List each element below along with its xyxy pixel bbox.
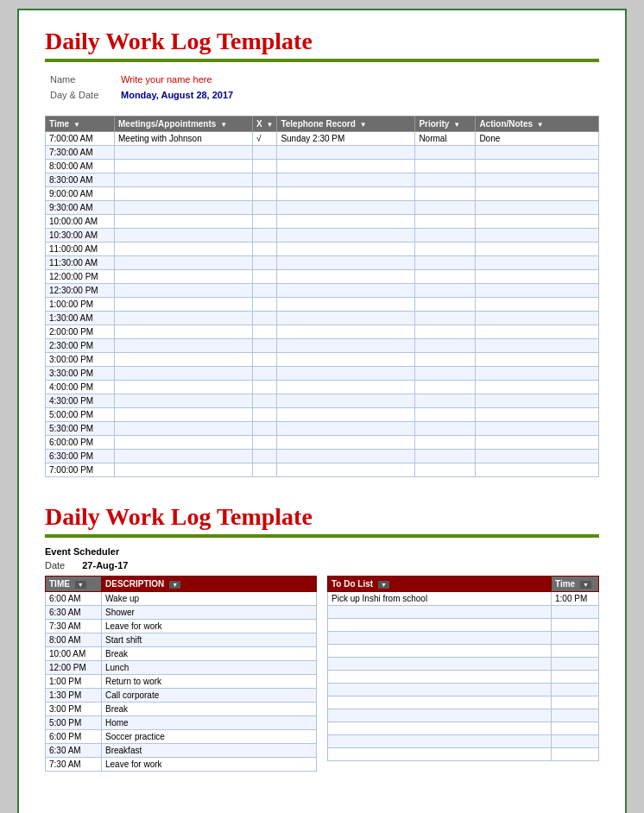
- log-cell-14-0[interactable]: 2:00:00 PM: [46, 325, 115, 339]
- log-cell-18-1[interactable]: [115, 381, 253, 394]
- log-cell-11-1[interactable]: [115, 284, 253, 298]
- sched-cell-2-0[interactable]: 7:30 AM: [46, 620, 102, 633]
- log-cell-9-2[interactable]: [253, 256, 277, 270]
- log-cell-5-3[interactable]: [277, 201, 415, 215]
- log-cell-14-3[interactable]: [277, 325, 415, 339]
- sched-cell-6-1[interactable]: Return to work: [102, 675, 317, 689]
- todo-cell-0-1[interactable]: 1:00 PM: [552, 592, 599, 606]
- sched-cell-10-0[interactable]: 6:00 PM: [46, 730, 102, 744]
- log-cell-2-4[interactable]: [415, 160, 476, 173]
- header-meetings[interactable]: Meetings/Appointments ▼: [115, 117, 253, 132]
- log-cell-21-2[interactable]: [253, 422, 277, 436]
- todo-cell-11-1[interactable]: [552, 735, 599, 748]
- log-cell-15-0[interactable]: 2:30:00 PM: [46, 339, 115, 353]
- sched-cell-5-1[interactable]: Lunch: [102, 661, 317, 675]
- log-cell-20-1[interactable]: [115, 408, 253, 422]
- log-cell-12-3[interactable]: [277, 298, 415, 312]
- log-cell-6-3[interactable]: [277, 215, 415, 229]
- header-action[interactable]: Action/Notes ▼: [476, 117, 599, 132]
- log-cell-24-2[interactable]: [253, 463, 277, 477]
- log-cell-12-1[interactable]: [115, 298, 253, 312]
- log-cell-8-5[interactable]: [476, 243, 599, 256]
- log-cell-7-0[interactable]: 10:30:00 AM: [46, 229, 115, 243]
- log-cell-2-5[interactable]: [476, 160, 599, 173]
- log-cell-10-1[interactable]: [115, 270, 253, 284]
- log-cell-11-3[interactable]: [277, 284, 415, 298]
- log-cell-20-4[interactable]: [415, 408, 476, 422]
- log-cell-16-2[interactable]: [253, 353, 277, 367]
- sched-cell-5-0[interactable]: 12:00 PM: [46, 661, 102, 675]
- todo-cell-3-1[interactable]: [552, 632, 599, 645]
- log-cell-5-4[interactable]: [415, 201, 476, 215]
- log-cell-22-3[interactable]: [277, 436, 415, 450]
- log-cell-10-3[interactable]: [277, 270, 415, 284]
- todo-header[interactable]: To Do List ▼: [328, 577, 552, 592]
- log-cell-0-4[interactable]: Normal: [415, 132, 476, 146]
- log-cell-21-1[interactable]: [115, 422, 253, 436]
- log-cell-19-5[interactable]: [476, 394, 599, 408]
- log-cell-11-4[interactable]: [415, 284, 476, 298]
- log-cell-11-0[interactable]: 12:30:00 PM: [46, 284, 115, 298]
- log-cell-7-5[interactable]: [476, 229, 599, 243]
- todo-cell-1-0[interactable]: [328, 606, 552, 619]
- log-cell-16-1[interactable]: [115, 353, 253, 367]
- log-cell-1-5[interactable]: [476, 146, 599, 160]
- log-cell-6-5[interactable]: [476, 215, 599, 229]
- todo-cell-9-0[interactable]: [328, 709, 552, 722]
- todo-cell-1-1[interactable]: [552, 606, 599, 619]
- log-cell-1-4[interactable]: [415, 146, 476, 160]
- header-time[interactable]: Time ▼: [46, 117, 115, 132]
- log-cell-18-0[interactable]: 4:00:00 PM: [46, 381, 115, 394]
- log-cell-22-0[interactable]: 6:00:00 PM: [46, 436, 115, 450]
- log-cell-21-4[interactable]: [415, 422, 476, 436]
- meetings-dropdown-icon[interactable]: ▼: [220, 121, 227, 129]
- log-cell-15-2[interactable]: [253, 339, 277, 353]
- log-cell-23-0[interactable]: 6:30:00 PM: [46, 450, 115, 463]
- sched-cell-0-1[interactable]: Wake up: [102, 592, 317, 606]
- log-cell-20-3[interactable]: [277, 408, 415, 422]
- log-cell-9-5[interactable]: [476, 256, 599, 270]
- log-cell-21-3[interactable]: [277, 422, 415, 436]
- log-cell-16-5[interactable]: [476, 353, 599, 367]
- log-cell-16-3[interactable]: [277, 353, 415, 367]
- log-cell-17-0[interactable]: 3:30:00 PM: [46, 367, 115, 381]
- log-cell-15-1[interactable]: [115, 339, 253, 353]
- log-cell-14-5[interactable]: [476, 325, 599, 339]
- sched-cell-1-0[interactable]: 6:30 AM: [46, 606, 102, 620]
- log-cell-23-5[interactable]: [476, 450, 599, 463]
- log-cell-17-1[interactable]: [115, 367, 253, 381]
- log-cell-1-0[interactable]: 7:30:00 AM: [46, 146, 115, 160]
- log-cell-17-3[interactable]: [277, 367, 415, 381]
- log-cell-6-0[interactable]: 10:00:00 AM: [46, 215, 115, 229]
- log-cell-6-1[interactable]: [115, 215, 253, 229]
- log-cell-18-2[interactable]: [253, 381, 277, 394]
- log-cell-13-4[interactable]: [415, 312, 476, 325]
- log-cell-17-5[interactable]: [476, 367, 599, 381]
- todo-cell-5-1[interactable]: [552, 658, 599, 671]
- todo-cell-2-1[interactable]: [552, 619, 599, 632]
- log-cell-24-3[interactable]: [277, 463, 415, 477]
- log-cell-13-3[interactable]: [277, 312, 415, 325]
- log-cell-10-2[interactable]: [253, 270, 277, 284]
- log-cell-15-5[interactable]: [476, 339, 599, 353]
- log-cell-10-5[interactable]: [476, 270, 599, 284]
- tel-dropdown-icon[interactable]: ▼: [360, 121, 367, 129]
- log-cell-19-4[interactable]: [415, 394, 476, 408]
- log-cell-7-1[interactable]: [115, 229, 253, 243]
- sched-cell-4-0[interactable]: 10:00 AM: [46, 647, 102, 661]
- log-cell-13-0[interactable]: 1:30:00 AM: [46, 312, 115, 325]
- log-cell-4-0[interactable]: 9:00:00 AM: [46, 187, 115, 201]
- sched-cell-3-1[interactable]: Start shift: [102, 633, 317, 647]
- log-cell-7-3[interactable]: [277, 229, 415, 243]
- log-cell-18-4[interactable]: [415, 381, 476, 394]
- log-cell-14-2[interactable]: [253, 325, 277, 339]
- log-cell-9-3[interactable]: [277, 256, 415, 270]
- priority-dropdown-icon[interactable]: ▼: [453, 121, 460, 129]
- log-cell-15-4[interactable]: [415, 339, 476, 353]
- sched-cell-12-0[interactable]: 7:30 AM: [46, 758, 102, 772]
- log-cell-13-5[interactable]: [476, 312, 599, 325]
- log-cell-21-0[interactable]: 5:30:00 PM: [46, 422, 115, 436]
- log-cell-7-2[interactable]: [253, 229, 277, 243]
- log-cell-14-4[interactable]: [415, 325, 476, 339]
- todo-cell-7-0[interactable]: [328, 684, 552, 696]
